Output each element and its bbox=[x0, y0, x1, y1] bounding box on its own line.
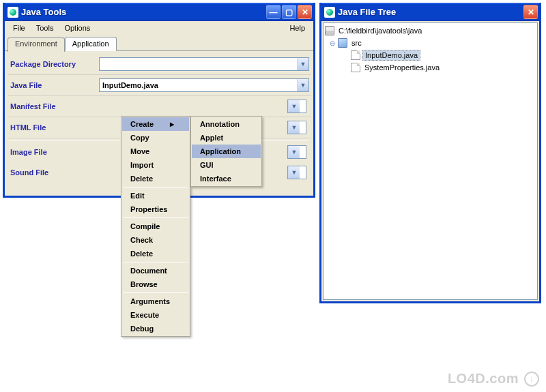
watermark-text: LO4D.com bbox=[448, 371, 519, 386]
close-button[interactable]: ✕ bbox=[298, 5, 312, 19]
chevron-down-icon[interactable]: ▼ bbox=[297, 58, 308, 70]
java-file-tree-window: Java File Tree ✕ C:\fieldbird\javatools\… bbox=[319, 3, 541, 303]
menu-separator bbox=[123, 187, 188, 187]
menu-file[interactable]: File bbox=[8, 22, 31, 33]
menu-separator bbox=[123, 262, 188, 262]
file-tree[interactable]: C:\fieldbird\javatools\java ⊖ src InputD… bbox=[323, 22, 538, 300]
combo-java-file-value: InputDemo.java bbox=[100, 81, 297, 89]
tab-environment[interactable]: Environment bbox=[8, 37, 65, 52]
title-main: Java Tools bbox=[21, 7, 265, 17]
tree-folder-src[interactable]: ⊖ src bbox=[325, 37, 536, 49]
combo-package-directory[interactable]: ▼ bbox=[99, 57, 309, 71]
menubar: File Tools Options Help bbox=[5, 21, 313, 35]
close-button[interactable]: ✕ bbox=[523, 5, 538, 19]
combo-image-file[interactable]: ▼ bbox=[287, 145, 306, 159]
label-image-file: Image File bbox=[9, 148, 99, 156]
app-icon bbox=[8, 7, 18, 18]
chevron-down-icon[interactable]: ▼ bbox=[297, 79, 308, 91]
context-menu: Create ▶ Copy Move Import Delete Edit Pr… bbox=[121, 116, 190, 337]
tree-root[interactable]: C:\fieldbird\javatools\java bbox=[325, 25, 536, 37]
submenu-item-gui[interactable]: GUI bbox=[192, 158, 261, 172]
label-package-directory: Package Directory bbox=[9, 60, 99, 68]
menu-item-arguments[interactable]: Arguments bbox=[122, 295, 189, 308]
menu-separator bbox=[123, 292, 188, 293]
title-tree: Java File Tree bbox=[338, 7, 522, 17]
tab-application[interactable]: Application bbox=[65, 37, 117, 51]
row-java-file: Java File InputDemo.java ▼ bbox=[8, 75, 311, 96]
menu-item-import[interactable]: Import bbox=[122, 158, 189, 172]
watermark: LO4D.com ↓ bbox=[448, 371, 539, 388]
menu-item-execute[interactable]: Execute bbox=[122, 308, 189, 322]
menu-item-properties[interactable]: Properties bbox=[122, 202, 189, 216]
minimize-button[interactable]: — bbox=[266, 5, 281, 19]
tree-folder-label: src bbox=[349, 38, 364, 48]
combo-manifest-file[interactable]: ▼ bbox=[287, 100, 306, 113]
menu-options[interactable]: Options bbox=[59, 22, 96, 33]
combo-sound-file[interactable]: ▼ bbox=[287, 166, 306, 179]
file-icon bbox=[351, 63, 360, 72]
tree-root-label: C:\fieldbird\javatools\java bbox=[336, 26, 424, 35]
disk-icon bbox=[325, 26, 334, 35]
app-icon bbox=[324, 7, 335, 18]
menu-item-delete2[interactable]: Delete bbox=[122, 247, 189, 260]
row-manifest-file: Manifest File ▼ bbox=[8, 96, 311, 117]
chevron-down-icon[interactable]: ▼ bbox=[288, 121, 300, 134]
chevron-down-icon[interactable]: ▼ bbox=[288, 166, 300, 179]
submenu-item-annotation[interactable]: Annotation bbox=[192, 117, 261, 131]
submenu-item-interface[interactable]: Interface bbox=[192, 172, 261, 185]
create-submenu: Annotation Applet Application GUI Interf… bbox=[190, 116, 262, 187]
row-package-directory: Package Directory ▼ bbox=[8, 54, 311, 75]
menu-item-document[interactable]: Document bbox=[122, 264, 189, 277]
tree-file-label: InputDemo.java bbox=[362, 50, 420, 61]
maximize-button[interactable]: ▢ bbox=[282, 5, 296, 19]
menu-item-debug[interactable]: Debug bbox=[122, 322, 189, 335]
menu-item-create[interactable]: Create ▶ bbox=[122, 117, 189, 131]
menu-item-create-label: Create bbox=[130, 120, 154, 128]
menu-item-compile[interactable]: Compile bbox=[122, 220, 189, 233]
download-icon: ↓ bbox=[524, 372, 539, 387]
tree-toggle-icon[interactable]: ⊖ bbox=[329, 40, 335, 46]
menu-item-edit[interactable]: Edit bbox=[122, 189, 189, 202]
tree-file-inputdemo[interactable]: InputDemo.java bbox=[325, 49, 536, 61]
combo-java-file[interactable]: InputDemo.java ▼ bbox=[99, 78, 309, 92]
folder-icon bbox=[338, 38, 347, 48]
label-manifest-file: Manifest File bbox=[9, 102, 99, 110]
tree-file-systemproperties[interactable]: SystemProperties.java bbox=[325, 61, 536, 74]
menu-item-check[interactable]: Check bbox=[122, 233, 189, 247]
menu-item-move[interactable]: Move bbox=[122, 145, 189, 158]
file-icon bbox=[351, 50, 360, 60]
submenu-item-applet[interactable]: Applet bbox=[192, 131, 261, 145]
menu-tools[interactable]: Tools bbox=[31, 22, 59, 33]
tree-file-label: SystemProperties.java bbox=[362, 63, 442, 72]
chevron-down-icon[interactable]: ▼ bbox=[288, 146, 300, 158]
titlebar-tree[interactable]: Java File Tree ✕ bbox=[321, 3, 539, 21]
label-html-file: HTML File bbox=[9, 123, 99, 132]
menu-item-delete[interactable]: Delete bbox=[122, 172, 189, 185]
label-sound-file: Sound File bbox=[9, 168, 99, 177]
menu-item-browse[interactable]: Browse bbox=[122, 277, 189, 291]
menu-help[interactable]: Help bbox=[284, 22, 311, 33]
submenu-arrow-icon: ▶ bbox=[164, 121, 174, 127]
menu-item-copy[interactable]: Copy bbox=[122, 131, 189, 145]
titlebar-main[interactable]: Java Tools — ▢ ✕ bbox=[5, 3, 313, 21]
combo-html-file[interactable]: ▼ bbox=[287, 121, 306, 134]
chevron-down-icon[interactable]: ▼ bbox=[288, 100, 300, 112]
label-java-file: Java File bbox=[9, 81, 99, 89]
menu-separator bbox=[123, 217, 188, 218]
submenu-item-application[interactable]: Application bbox=[192, 145, 261, 158]
tabstrip: Environment Application bbox=[5, 35, 313, 50]
